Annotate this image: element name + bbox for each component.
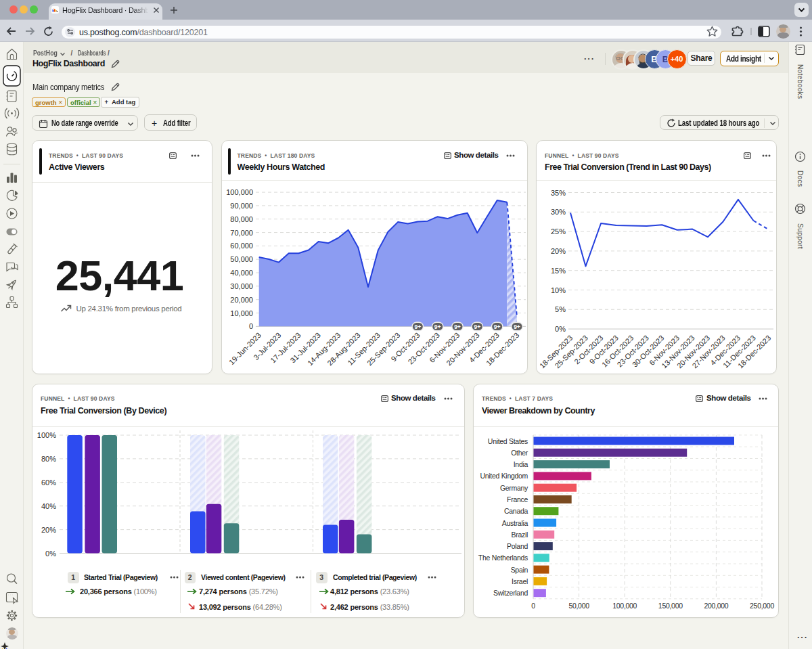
svg-text:60,000: 60,000 (230, 242, 253, 250)
svg-text:40%: 40% (41, 501, 56, 510)
svg-text:Germany: Germany (500, 483, 528, 491)
svg-text:30,000: 30,000 (230, 282, 253, 290)
svg-text:9+: 9+ (474, 323, 480, 330)
svg-text:60%: 60% (41, 478, 56, 486)
svg-text:100%: 100% (37, 431, 56, 439)
svg-text:70,000: 70,000 (230, 228, 253, 236)
svg-text:100,000: 100,000 (226, 188, 253, 196)
svg-text:10%: 10% (551, 286, 566, 294)
svg-text:0%: 0% (555, 325, 566, 333)
svg-text:Poland: Poland (507, 542, 528, 550)
svg-text:25%: 25% (551, 227, 566, 236)
svg-text:France: France (507, 495, 528, 503)
svg-text:Spain: Spain (511, 565, 528, 573)
svg-text:9+: 9+ (514, 323, 520, 330)
svg-text:200,000: 200,000 (704, 601, 728, 609)
svg-text:Canada: Canada (504, 507, 528, 515)
svg-text:90,000: 90,000 (230, 201, 253, 209)
svg-text:9+: 9+ (434, 323, 441, 330)
svg-text:0: 0 (249, 322, 253, 330)
svg-text:35%: 35% (551, 188, 566, 196)
svg-text:Switzerland: Switzerland (493, 589, 528, 597)
svg-text:250,000: 250,000 (750, 601, 774, 609)
svg-text:80,000: 80,000 (230, 215, 253, 223)
svg-text:5%: 5% (555, 305, 566, 313)
svg-text:Israel: Israel (512, 577, 528, 585)
svg-text:9+: 9+ (494, 323, 501, 330)
svg-text:50,000: 50,000 (230, 255, 253, 263)
svg-text:0%: 0% (45, 549, 56, 557)
svg-text:80%: 80% (41, 454, 56, 462)
svg-text:The Netherlands: The Netherlands (478, 554, 528, 562)
svg-text:15%: 15% (551, 266, 566, 274)
svg-text:Australia: Australia (502, 518, 528, 527)
svg-text:United States: United States (488, 437, 528, 445)
svg-text:9+: 9+ (454, 323, 461, 330)
svg-text:20%: 20% (551, 246, 566, 254)
svg-text:India: India (514, 460, 528, 468)
svg-text:50,000: 50,000 (568, 601, 589, 609)
svg-text:Brazil: Brazil (512, 530, 528, 538)
svg-text:30%: 30% (551, 208, 566, 216)
svg-text:10,000: 10,000 (230, 309, 253, 317)
svg-text:150,000: 150,000 (658, 601, 683, 609)
svg-text:40,000: 40,000 (230, 269, 253, 277)
svg-text:20%: 20% (41, 525, 56, 533)
svg-text:Other: Other (511, 448, 528, 456)
svg-text:0: 0 (531, 601, 535, 609)
svg-text:9+: 9+ (414, 323, 421, 330)
svg-text:20,000: 20,000 (230, 295, 253, 303)
svg-text:United Kingdom: United Kingdom (480, 472, 528, 480)
svg-text:100,000: 100,000 (612, 601, 637, 609)
